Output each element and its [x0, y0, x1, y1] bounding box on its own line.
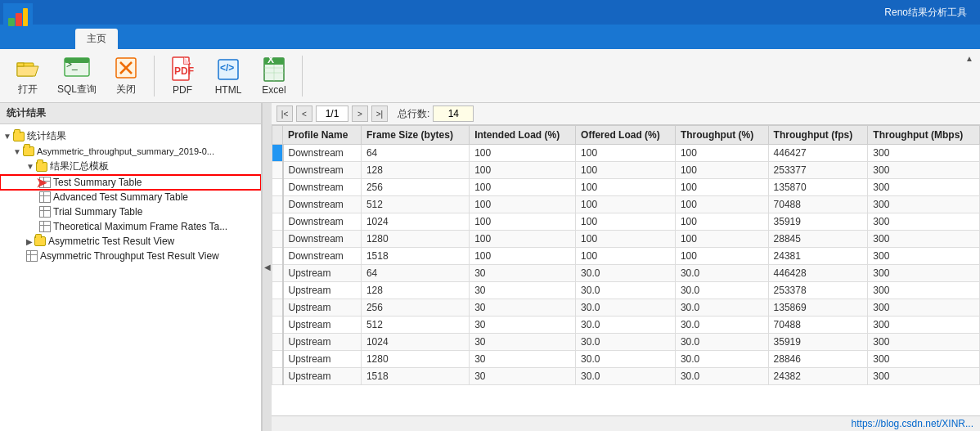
tree-results-template[interactable]: ▼ 结果汇总模板: [0, 158, 261, 175]
left-panel: 统计结果 ▼ 统计结果 ▼ Asymmetric_throughput_summ…: [0, 103, 262, 431]
tree-root[interactable]: ▼ 统计结果: [0, 128, 261, 145]
col-throughput-pct[interactable]: Throughput (%): [675, 126, 768, 145]
results-collapse[interactable]: ▼: [26, 162, 34, 171]
html-button[interactable]: </> HTML: [207, 53, 249, 99]
col-throughput-fps[interactable]: Throughput (fps): [768, 126, 868, 145]
col-frame-size[interactable]: Frame Size (bytes): [361, 126, 469, 145]
throughput-pct-cell: 30.0: [675, 299, 768, 317]
profile-cell: Upstream: [283, 299, 362, 317]
profile-cell: Upstream: [283, 334, 362, 351]
nav-last-btn[interactable]: >|: [371, 106, 388, 122]
tree-root-label: 统计结果: [27, 129, 66, 143]
pdf-button[interactable]: PDF PDF: [161, 53, 204, 99]
tree-trial-summary-table[interactable]: Trial Summary Table: [0, 204, 261, 219]
table-row[interactable]: Upstream12803030.030.028846300: [272, 351, 980, 368]
intended-load-cell: 100: [470, 145, 576, 162]
offered-load-cell: 30.0: [576, 299, 676, 317]
table-row[interactable]: Upstream2563030.030.0135869300: [272, 299, 980, 317]
tree-asymmetric-throughput-result[interactable]: Asymmetric Throughput Test Result View: [0, 249, 261, 263]
throughput-fps-cell: 35919: [768, 213, 868, 231]
table-row[interactable]: Downstream128100100100253377300: [272, 162, 980, 179]
table-row[interactable]: Upstream643030.030.0446428300: [272, 265, 980, 282]
frame-size-cell: 1280: [361, 231, 469, 248]
ribbon-separator-1: [154, 56, 155, 97]
tree-asymmetric-result-view[interactable]: ▶ Asymmetric Test Result View: [0, 234, 261, 249]
throughput-mbps-cell: 300: [868, 145, 980, 162]
theoretical-max-label: Theoretical Maximum Frame Rates Ta...: [53, 221, 227, 232]
page-input[interactable]: [316, 106, 348, 122]
tab-home[interactable]: 主页: [75, 29, 118, 49]
table-row[interactable]: Downstream256100100100135870300: [272, 179, 980, 196]
svg-text:X: X: [267, 57, 274, 65]
table-row[interactable]: Upstream5123030.030.070488300: [272, 317, 980, 334]
svg-text:PDF: PDF: [174, 65, 194, 77]
intended-load-cell: 100: [470, 248, 576, 265]
tree-asymmetric-throughput[interactable]: ▼ Asymmetric_throughput_summary_2019-0..…: [0, 145, 261, 158]
intended-load-cell: 30: [470, 299, 576, 317]
results-template-label: 结果汇总模板: [50, 159, 109, 173]
throughput-fps-cell: 28846: [768, 351, 868, 368]
throughput-mbps-cell: 300: [868, 231, 980, 248]
close-button[interactable]: 关闭: [105, 53, 147, 99]
frame-size-cell: 256: [361, 299, 469, 317]
ribbon-collapse-btn[interactable]: ▲: [965, 54, 973, 63]
throughput-mbps-cell: 300: [868, 368, 980, 385]
table-row[interactable]: Upstream10243030.030.035919300: [272, 334, 980, 351]
tree-theoretical-max[interactable]: Theoretical Maximum Frame Rates Ta...: [0, 219, 261, 234]
profile-cell: Upstream: [283, 368, 362, 385]
svg-rect-1: [16, 13, 22, 26]
app-logo: [3, 3, 33, 33]
col-offered-load[interactable]: Offered Load (%): [576, 126, 676, 145]
table-row[interactable]: Downstream151810010010024381300: [272, 248, 980, 265]
status-url: https://blog.csdn.net/XINR...: [852, 418, 973, 429]
intended-load-cell: 100: [470, 231, 576, 248]
profile-cell: Downstream: [283, 231, 362, 248]
table-row[interactable]: Downstream128010010010028845300: [272, 231, 980, 248]
row-indicator: [272, 145, 283, 162]
col-throughput-mbps[interactable]: Throughput (Mbps): [868, 126, 980, 145]
pdf-label: PDF: [173, 84, 192, 96]
excel-button[interactable]: X Excel: [253, 53, 295, 99]
throughput-mbps-cell: 300: [868, 334, 980, 351]
nav-next-btn[interactable]: >: [352, 106, 368, 122]
table-row[interactable]: Upstream1283030.030.0253378300: [272, 282, 980, 299]
left-panel-title: 统计结果: [0, 103, 261, 124]
offered-load-cell: 30.0: [576, 282, 676, 299]
total-label: 总行数:: [398, 107, 429, 121]
frame-size-cell: 1024: [361, 334, 469, 351]
excel-label: Excel: [262, 84, 285, 96]
profile-cell: Downstream: [283, 162, 362, 179]
panel-collapse-arrow[interactable]: ◀: [262, 103, 272, 431]
table-row[interactable]: Downstream51210010010070488300: [272, 196, 980, 213]
asym-result-collapse[interactable]: ▶: [26, 237, 33, 246]
col-intended-load[interactable]: Intended Load (%): [470, 126, 576, 145]
sql-icon: >_: [64, 55, 90, 81]
data-table-container[interactable]: Profile Name Frame Size (bytes) Intended…: [272, 125, 980, 415]
throughput-mbps-cell: 300: [868, 196, 980, 213]
row-indicator: [272, 162, 283, 179]
table-row[interactable]: Downstream64100100100446427300: [272, 145, 980, 162]
row-count-input[interactable]: [433, 106, 474, 122]
tree-test-summary-table[interactable]: ➤ Test Summary Table: [0, 175, 261, 190]
col-profile-name[interactable]: Profile Name: [283, 126, 362, 145]
offered-load-cell: 100: [576, 162, 676, 179]
offered-load-cell: 30.0: [576, 351, 676, 368]
throughput-mbps-cell: 300: [868, 299, 980, 317]
table-row[interactable]: Downstream102410010010035919300: [272, 213, 980, 231]
root-collapse[interactable]: ▼: [3, 132, 11, 141]
asymmetric-collapse[interactable]: ▼: [13, 147, 21, 156]
intended-load-cell: 100: [470, 196, 576, 213]
open-label: 打开: [18, 83, 38, 97]
throughput-pct-cell: 30.0: [675, 317, 768, 334]
tree-view: ▼ 统计结果 ▼ Asymmetric_throughput_summary_2…: [0, 124, 261, 431]
nav-first-btn[interactable]: |<: [276, 106, 293, 122]
profile-cell: Downstream: [283, 179, 362, 196]
asymmetric-folder-icon: [23, 146, 34, 156]
root-folder-icon: [13, 132, 25, 141]
open-button[interactable]: 打开: [7, 53, 49, 99]
throughput-fps-cell: 35919: [768, 334, 868, 351]
nav-prev-btn[interactable]: <: [296, 106, 312, 122]
table-row[interactable]: Upstream15183030.030.024382300: [272, 368, 980, 385]
tree-advanced-test-summary[interactable]: Advanced Test Summary Table: [0, 190, 261, 204]
sql-button[interactable]: >_ SQL查询: [52, 53, 101, 99]
